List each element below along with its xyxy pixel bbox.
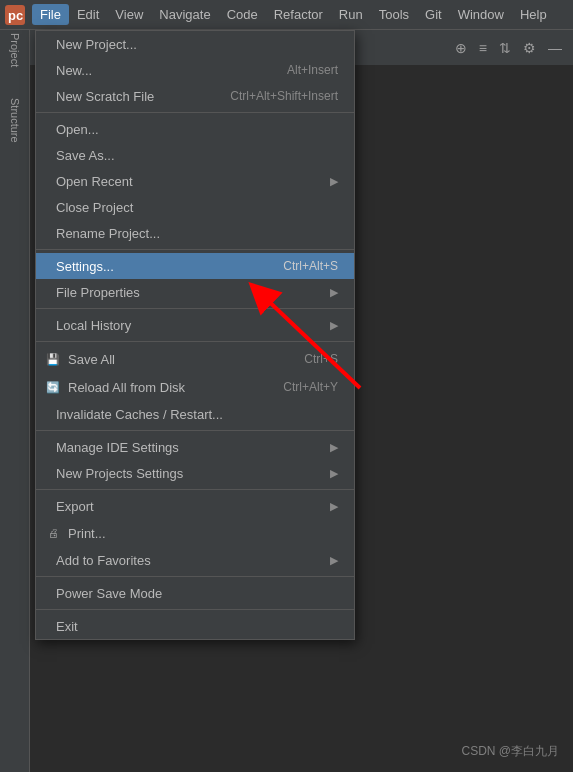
menu-item-export[interactable]: Export ▶ bbox=[36, 493, 354, 519]
separator-4 bbox=[36, 341, 354, 342]
toolbar-add-icon[interactable]: ⊕ bbox=[452, 37, 470, 59]
separator-2 bbox=[36, 249, 354, 250]
menu-item-local-history[interactable]: Local History ▶ bbox=[36, 312, 354, 338]
menu-item-open-recent[interactable]: Open Recent ▶ bbox=[36, 168, 354, 194]
menu-item-rename-project[interactable]: Rename Project... bbox=[36, 220, 354, 246]
arrow-icon-fav: ▶ bbox=[330, 554, 338, 567]
menu-item-new-scratch[interactable]: New Scratch File Ctrl+Alt+Shift+Insert bbox=[36, 83, 354, 109]
sidebar-item-structure[interactable]: Structure bbox=[2, 106, 28, 134]
menu-item-new[interactable]: New... Alt+Insert bbox=[36, 57, 354, 83]
menu-edit[interactable]: Edit bbox=[69, 4, 107, 25]
menu-help[interactable]: Help bbox=[512, 4, 555, 25]
sidebar: Project Structure bbox=[0, 30, 30, 772]
menu-item-close-project[interactable]: Close Project bbox=[36, 194, 354, 220]
separator-1 bbox=[36, 112, 354, 113]
menu-item-new-project[interactable]: New Project... bbox=[36, 31, 354, 57]
menu-item-save-as[interactable]: Save As... bbox=[36, 142, 354, 168]
toolbar-minimize-icon[interactable]: — bbox=[545, 37, 565, 59]
menu-window[interactable]: Window bbox=[450, 4, 512, 25]
menu-item-power-save[interactable]: Power Save Mode bbox=[36, 580, 354, 606]
menu-navigate[interactable]: Navigate bbox=[151, 4, 218, 25]
menu-item-open[interactable]: Open... bbox=[36, 116, 354, 142]
arrow-icon-export: ▶ bbox=[330, 500, 338, 513]
menu-item-manage-ide[interactable]: Manage IDE Settings ▶ bbox=[36, 434, 354, 460]
separator-7 bbox=[36, 576, 354, 577]
menu-run[interactable]: Run bbox=[331, 4, 371, 25]
menu-item-save-all[interactable]: 💾 Save All Ctrl+S bbox=[36, 345, 354, 373]
svg-text:pc: pc bbox=[8, 8, 23, 23]
menu-view[interactable]: View bbox=[107, 4, 151, 25]
menu-item-file-properties[interactable]: File Properties ▶ bbox=[36, 279, 354, 305]
menu-code[interactable]: Code bbox=[219, 4, 266, 25]
menubar: pc File Edit View Navigate Code Refactor… bbox=[0, 0, 573, 30]
separator-5 bbox=[36, 430, 354, 431]
menu-item-new-projects-settings[interactable]: New Projects Settings ▶ bbox=[36, 460, 354, 486]
separator-8 bbox=[36, 609, 354, 610]
menu-item-exit[interactable]: Exit bbox=[36, 613, 354, 639]
menu-tools[interactable]: Tools bbox=[371, 4, 417, 25]
save-all-icon: 💾 bbox=[44, 350, 62, 368]
separator-6 bbox=[36, 489, 354, 490]
arrow-icon: ▶ bbox=[330, 175, 338, 188]
menu-item-reload-all[interactable]: 🔄 Reload All from Disk Ctrl+Alt+Y bbox=[36, 373, 354, 401]
app-logo: pc bbox=[4, 4, 26, 26]
menu-item-settings[interactable]: Settings... Ctrl+Alt+S bbox=[36, 253, 354, 279]
menu-refactor[interactable]: Refactor bbox=[266, 4, 331, 25]
menu-file[interactable]: File bbox=[32, 4, 69, 25]
print-icon: 🖨 bbox=[44, 524, 62, 542]
toolbar-list-icon[interactable]: ≡ bbox=[476, 37, 490, 59]
separator-3 bbox=[36, 308, 354, 309]
arrow-icon-fp: ▶ bbox=[330, 286, 338, 299]
arrow-icon-lh: ▶ bbox=[330, 319, 338, 332]
toolbar-sort-icon[interactable]: ⇅ bbox=[496, 37, 514, 59]
menu-item-add-to-favorites[interactable]: Add to Favorites ▶ bbox=[36, 547, 354, 573]
arrow-icon-nps: ▶ bbox=[330, 467, 338, 480]
file-dropdown-menu: New Project... New... Alt+Insert New Scr… bbox=[35, 30, 355, 640]
menu-git[interactable]: Git bbox=[417, 4, 450, 25]
menu-item-print[interactable]: 🖨 Print... bbox=[36, 519, 354, 547]
toolbar-settings-icon[interactable]: ⚙ bbox=[520, 37, 539, 59]
arrow-icon-ide: ▶ bbox=[330, 441, 338, 454]
reload-icon: 🔄 bbox=[44, 378, 62, 396]
menu-item-invalidate-caches[interactable]: Invalidate Caches / Restart... bbox=[36, 401, 354, 427]
watermark: CSDN @李白九月 bbox=[461, 743, 559, 760]
sidebar-item-project[interactable]: Project bbox=[2, 36, 28, 64]
